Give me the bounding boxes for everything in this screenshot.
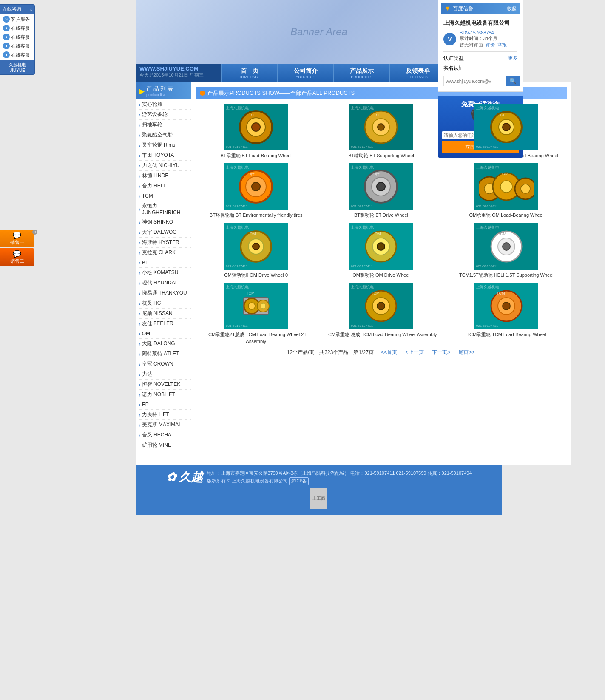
nav-products[interactable]: 产品展示 PRODUCTS bbox=[333, 64, 389, 82]
svg-point-37 bbox=[503, 243, 510, 250]
product-item-4[interactable]: 上海久越机电 BT 021-59107411 BT环保轮胎 BT Environ… bbox=[196, 163, 316, 218]
product-item-7[interactable]: 上海久越机电 OM 021-59107411 OM驱动轮0 OM Drive W… bbox=[196, 223, 316, 278]
product-image-12: 上海久越机电 TCM 021-59107411 bbox=[474, 283, 538, 329]
customer-service-item[interactable]: S 客户服务 bbox=[1, 15, 34, 23]
nav-about[interactable]: 公司简介 ABOUT US bbox=[277, 64, 333, 82]
nav-feedback[interactable]: 反馈表单 FEEDBACK bbox=[389, 64, 446, 82]
sidebar-item-jungheinrich[interactable]: 永恒力 JUNGHEINRICH bbox=[136, 201, 191, 217]
sidebar-item-sweeper[interactable]: 扫地车轮 bbox=[136, 120, 191, 130]
report-link[interactable]: 举报 bbox=[497, 42, 507, 47]
online-service-4[interactable]: ● 在线客服 bbox=[1, 51, 34, 59]
sidebar-item-amusement[interactable]: 游艺设备轮 bbox=[136, 110, 191, 120]
site-url: WWW.SHJIUYUE.COM bbox=[139, 65, 218, 72]
product-item-11[interactable]: 上海久越机电 TCM 021-59107411 TCM承重轮 总成 TCM Lo… bbox=[321, 283, 441, 345]
more-link[interactable]: 更多 bbox=[508, 55, 517, 62]
svg-text:BT: BT bbox=[375, 173, 380, 177]
sidebar-item-linde[interactable]: 林德 LINDE bbox=[136, 171, 191, 181]
baidu-close-btn[interactable]: 收起 bbox=[507, 6, 517, 12]
online-service-1[interactable]: ● 在线客服 bbox=[1, 24, 34, 32]
sidebar-item-noveltek[interactable]: 恒智 NOVELTEK bbox=[136, 380, 191, 390]
product-label-8: OM驱动轮 OM Drive Wheel bbox=[321, 272, 441, 278]
online-label-3: 在线客服 bbox=[11, 43, 30, 49]
sidebar-scroll-area[interactable]: 实心轮胎 游艺设备轮 扫地车轮 聚氨酯空气胎 叉车轮辋 Rims 丰田 TOYO… bbox=[136, 99, 191, 448]
product-item-2[interactable]: 上海久越机电 BT 021-59107411 BT辅助轮 BT Supporti… bbox=[321, 104, 441, 159]
sales-label-2: 销售二 bbox=[10, 258, 24, 264]
product-item-5[interactable]: 上海久越机电 BT 021-59107411 BT驱动轮 BT Drive Wh… bbox=[321, 163, 441, 218]
float-service-widget: 在线咨询 × S 客户服务 ● 在线客服 ● 在线客服 ● 在线客服 bbox=[0, 4, 35, 75]
service-label: 客户服务 bbox=[11, 16, 30, 23]
sidebar-item-clark[interactable]: 克拉克 CLARK bbox=[136, 248, 191, 258]
cert-duration: 累计时间：34个月 bbox=[460, 35, 507, 42]
online-consult-sidebar: 💬 销售一 💬 销售二 × bbox=[0, 230, 34, 267]
sidebar-item-tcm[interactable]: TCM bbox=[136, 191, 191, 201]
prev-page-link[interactable]: <上一页 bbox=[406, 349, 424, 355]
svg-point-41 bbox=[248, 303, 255, 309]
sidebar-item-hecha[interactable]: 合叉 HECHA bbox=[136, 430, 191, 440]
sidebar-item-om[interactable]: OM bbox=[136, 329, 191, 339]
online-icon-3: ● bbox=[3, 43, 10, 49]
sidebar-item-nissan[interactable]: 尼桑 NISSAN bbox=[136, 309, 191, 319]
online-service-2[interactable]: ● 在线客服 bbox=[1, 33, 34, 41]
svg-point-29 bbox=[253, 243, 259, 250]
product-image-11: 上海久越机电 TCM 021-59107411 bbox=[349, 283, 413, 329]
no-rating: 暂无对评面 评价 举报 bbox=[460, 42, 507, 48]
sidebar-item-crown[interactable]: 皇冠 CROWN bbox=[136, 359, 191, 369]
left-sidebar: ▶ 产 品 列 表 product list 实心轮胎 游艺设备轮 扫地车轮 聚… bbox=[136, 82, 191, 465]
first-page-link[interactable]: <<首页 bbox=[381, 349, 397, 355]
product-grid: 上海久越机电 BT 021-59107411 BT承重轮 BT Load-Bea… bbox=[196, 104, 567, 345]
sidebar-item-lida[interactable]: 力达 bbox=[136, 369, 191, 380]
sidebar-item-dalong[interactable]: 大隆 DALONG bbox=[136, 339, 191, 349]
sidebar-item-daewoo[interactable]: 大宇 DAEWOO bbox=[136, 227, 191, 238]
sidebar-item-solid-tire[interactable]: 实心轮胎 bbox=[136, 99, 191, 110]
product-label-7: OM驱动轮0 OM Drive Wheel 0 bbox=[196, 272, 316, 278]
sidebar-item-maximal[interactable]: 美克斯 MAXIMAL bbox=[136, 420, 191, 430]
sidebar-item-hc[interactable]: 杭叉 HC bbox=[136, 298, 191, 309]
sidebar-item-lift[interactable]: 力夫特 LIFT bbox=[136, 410, 191, 420]
cert-type-row: 认证类型 更多 bbox=[443, 54, 517, 63]
product-item-1[interactable]: 上海久越机电 BT 021-59107411 BT承重轮 BT Load-Bea… bbox=[196, 104, 316, 159]
online-service-3[interactable]: ● 在线客服 bbox=[1, 42, 34, 50]
sidebar-item-shinko[interactable]: 神钢 SHINKO bbox=[136, 217, 191, 227]
svg-text:BT: BT bbox=[250, 113, 255, 117]
product-image-1: 上海久越机电 BT 021-59107411 bbox=[224, 104, 288, 150]
product-image-10: 上海久越机电 TCM 021-59107411 bbox=[224, 283, 288, 329]
product-item-8[interactable]: 上海久越机电 OM 021-59107411 OM驱动轮 OM Drive Wh… bbox=[321, 223, 441, 278]
sidebar-item-feeler[interactable]: 友佳 FEELER bbox=[136, 319, 191, 329]
nav-home[interactable]: 首 页 HOMEPAGE bbox=[221, 64, 277, 82]
rating-link[interactable]: 评价 bbox=[486, 42, 495, 47]
float-close-btn[interactable]: × bbox=[30, 7, 32, 12]
baidu-search-input[interactable] bbox=[444, 76, 506, 86]
baidu-search-row[interactable]: 🔍 bbox=[443, 76, 517, 86]
svg-text:TCM: TCM bbox=[498, 232, 506, 236]
sidebar-title-bar: ▶ 产 品 列 表 product list bbox=[136, 82, 191, 99]
company-name-float: 久越机电 bbox=[1, 62, 34, 68]
svg-point-47 bbox=[377, 302, 385, 310]
svg-point-14 bbox=[252, 182, 260, 191]
product-image-6: 上海久越机电 OM 021-59107411 bbox=[474, 163, 538, 210]
svg-point-43 bbox=[261, 303, 266, 309]
sidebar-item-rims[interactable]: 叉车轮辋 Rims bbox=[136, 140, 191, 150]
sales-btn-1[interactable]: 💬 销售一 bbox=[0, 230, 34, 247]
sales-btn-2[interactable]: 💬 销售二 bbox=[0, 248, 34, 266]
baidu-search-btn[interactable]: 🔍 bbox=[506, 76, 520, 86]
oc-close-btn[interactable]: × bbox=[32, 230, 37, 235]
sidebar-item-noblift[interactable]: 诺力 NOBLIFT bbox=[136, 390, 191, 400]
cert-logo: 上工商 bbox=[310, 488, 327, 509]
svg-text:TCM: TCM bbox=[246, 291, 255, 295]
product-label-4: BT环保轮胎 BT Environmentally friendly tires bbox=[196, 212, 316, 218]
sidebar-item-mine-wheels[interactable]: 矿用轮 MINE WHEELS bbox=[136, 440, 191, 448]
sidebar-item-atlet[interactable]: 阿特莱特 ATLET bbox=[136, 349, 191, 359]
sidebar-item-thankyou[interactable]: 搬易通 THANKYOU bbox=[136, 288, 191, 298]
sidebar-item-hyster[interactable]: 海斯特 HYSTER bbox=[136, 238, 191, 248]
sidebar-item-pu[interactable]: 聚氨酯空气胎 bbox=[136, 130, 191, 140]
site-date: 今天是2015年10月21日 星期三 bbox=[139, 72, 218, 78]
sidebar-item-ep[interactable]: EP bbox=[136, 400, 191, 410]
sidebar-item-toyota[interactable]: 丰田 TOYOTA bbox=[136, 150, 191, 161]
product-item-10[interactable]: 上海久越机电 TCM 021-59107411 TCM承重轮 bbox=[196, 283, 316, 345]
sidebar-item-hyundai[interactable]: 现代 HYUNDAI bbox=[136, 278, 191, 288]
baidu-v-icon: ▼ bbox=[444, 5, 451, 12]
sidebar-item-komatsu[interactable]: 小松 KOMATSU bbox=[136, 268, 191, 278]
sidebar-item-nichiyu[interactable]: 力之优 NICHIYU bbox=[136, 161, 191, 171]
sidebar-item-bt[interactable]: BT bbox=[136, 258, 191, 268]
sidebar-item-heli[interactable]: 合力 HELI bbox=[136, 181, 191, 191]
